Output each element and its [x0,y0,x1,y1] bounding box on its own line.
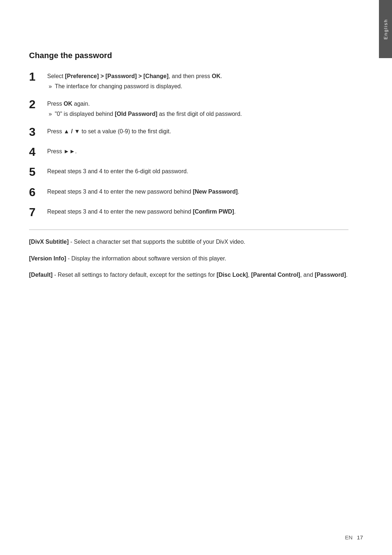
step-5-text: Repeat steps 3 and 4 to enter the 6-digi… [47,168,188,174]
step-2-text: Press OK again. [47,101,90,107]
step-number-4: 4 [29,146,47,158]
step-1: 1 Select [Preference] > [Password] > [Ch… [29,70,348,91]
step-content-2: Press OK again. » "0" is displayed behin… [47,98,348,118]
step-2-sub-text: "0" is displayed behind [Old Password] a… [55,110,242,118]
step-number-6: 6 [29,186,47,199]
step-number-1: 1 [29,70,47,83]
step-content-1: Select [Preference] > [Password] > [Chan… [47,70,348,91]
step-7: 7 Repeat steps 3 and 4 to enter the new … [29,206,348,219]
step-1-bullet: » [49,82,52,91]
step-2-bullet: » [49,110,52,118]
step-content-4: Press ►►. [47,146,348,156]
step-6: 6 Repeat steps 3 and 4 to enter the new … [29,186,348,199]
step-2-sub: » "0" is displayed behind [Old Password]… [49,110,348,118]
step-4: 4 Press ►►. [29,146,348,158]
step-content-5: Repeat steps 3 and 4 to enter the 6-digi… [47,166,348,176]
step-content-7: Repeat steps 3 and 4 to enter the new pa… [47,206,348,216]
info-version-info: [Version Info] - Display the information… [29,254,348,263]
step-1-sub-text: The interface for changing password is d… [55,82,182,91]
step-7-text: Repeat steps 3 and 4 to enter the new pa… [47,208,236,215]
step-number-7: 7 [29,206,47,219]
info-divx-subtitle: [DivX Subtitle] - Select a character set… [29,237,348,247]
page-container: Change the password 1 Select [Preference… [0,0,392,555]
info-default: [Default] - Reset all settings to factor… [29,270,348,280]
step-1-sub: » The interface for changing password is… [49,82,348,91]
step-4-text: Press ►►. [47,148,77,154]
step-6-text: Repeat steps 3 and 4 to enter the new pa… [47,189,239,195]
step-content-6: Repeat steps 3 and 4 to enter the new pa… [47,186,348,196]
step-5: 5 Repeat steps 3 and 4 to enter the 6-di… [29,166,348,178]
step-3: 3 Press ▲ / ▼ to set a value (0-9) to th… [29,126,348,138]
step-2: 2 Press OK again. » "0" is displayed beh… [29,98,348,118]
footer-page: 17 [357,534,363,540]
steps-list: 1 Select [Preference] > [Password] > [Ch… [29,70,348,219]
step-content-3: Press ▲ / ▼ to set a value (0-9) to the … [47,126,348,136]
main-content: Change the password 1 Select [Preference… [29,51,348,280]
step-1-text: Select [Preference] > [Password] > [Chan… [47,73,222,79]
footer-lang: EN [345,534,352,540]
section-title: Change the password [29,51,348,60]
step-number-2: 2 [29,98,47,111]
section-divider [29,230,348,230]
page-footer: EN 17 [345,534,363,540]
step-number-5: 5 [29,166,47,178]
step-number-3: 3 [29,126,47,138]
step-3-text: Press ▲ / ▼ to set a value (0-9) to the … [47,128,171,134]
